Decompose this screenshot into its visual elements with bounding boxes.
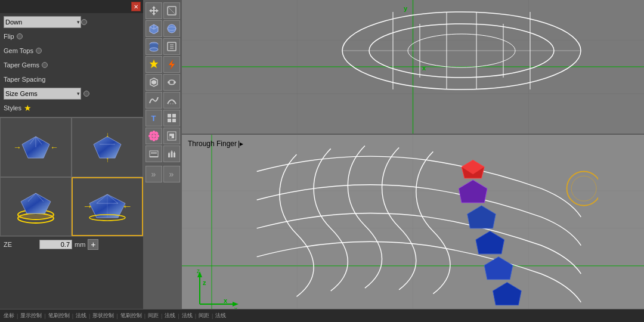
svg-point-50 [156,135,159,138]
svg-point-100 [571,176,596,201]
size-gems-select[interactable]: Size Gems [4,88,81,100]
cylinder-icon [148,41,159,52]
more-button-1[interactable]: » [145,166,162,182]
axis-arrows-svg: z x [194,268,242,310]
svg-rect-58 [169,136,172,138]
size-gems-wrap: Size Gems [4,88,81,100]
flower-button[interactable] [145,128,162,144]
candles-icon [166,148,177,159]
styles-row: Styles ★ [4,101,140,114]
status-item-1: 坐标 [4,312,14,320]
title-bar: ✕ [0,0,143,13]
svg-marker-9 [21,193,51,213]
svg-point-49 [148,135,152,138]
status-item-5: 形状控制 [92,312,114,320]
svg-marker-97 [484,257,513,280]
taper-gems-label: Taper Gems [4,61,39,69]
curve-button[interactable] [163,74,180,91]
svg-rect-57 [172,134,174,136]
close-button[interactable]: ✕ [131,2,141,11]
select-box-icon [166,41,177,52]
tool-row-8 [145,128,180,144]
size-input[interactable] [39,240,72,249]
tool-row-2 [145,20,180,37]
svg-marker-37 [151,80,156,85]
tool-row-4 [145,56,180,73]
more-button-2[interactable]: » [163,166,180,182]
lightning-icon [166,59,177,70]
move-tool-button[interactable] [145,2,162,19]
flip-row: Flip [4,30,140,43]
svg-point-47 [152,131,155,134]
cube-icon [148,23,159,34]
svg-point-46 [152,134,156,138]
gem-tops-indicator [36,48,42,54]
svg-rect-8 [18,215,54,218]
status-sep-4: | [89,313,90,319]
freeform-button[interactable] [145,92,162,109]
flip-indicator [17,33,23,39]
status-sep-8: | [178,313,179,319]
arrow-left-icon: → [13,143,21,152]
status-item-2: 显示控制 [20,312,42,320]
gem-cell-2[interactable] [0,177,72,237]
rotate-tool-button[interactable] [163,2,180,19]
sphere-button[interactable] [163,20,180,37]
text-button[interactable]: T [145,110,162,126]
gem-2-shape [12,185,60,227]
down-select[interactable]: Down [4,16,81,28]
taper-spacing-label: Taper Spacing [4,76,45,83]
cube-button[interactable] [145,20,162,37]
tool-row-7: T [145,110,180,126]
platform-button[interactable] [145,145,162,162]
node-icon [148,77,159,88]
status-sep-1: | [17,313,18,319]
gem-0-shape: → ← [12,129,60,165]
viewport-top[interactable]: y x [182,0,644,135]
size-label: ZE [4,241,39,248]
node-button[interactable] [145,74,162,91]
array-button[interactable] [163,110,180,126]
ring-top-view-svg [333,3,590,98]
gem-tops-label: Gem Tops [4,47,33,54]
gem-3-shape: → [83,185,131,227]
array-icon [166,113,177,123]
size-unit-label: mm [75,241,85,248]
grid-button[interactable] [163,128,180,144]
viewport: y x [182,0,644,322]
taper-gems-indicator [42,62,48,68]
star-tool-icon [148,59,159,70]
styles-star-icon: ★ [24,103,32,113]
flower-icon [148,131,159,141]
star-tool-button[interactable] [145,56,162,73]
svg-text:z: z [197,268,200,274]
status-sep-10: | [212,313,213,319]
gem-cell-1[interactable]: ↓ ↑ [72,117,143,177]
tool-row-5 [145,74,180,91]
status-item-6: 笔刷控制 [120,312,142,320]
gem-preview-grid: → ← [0,117,143,236]
sphere-icon [166,23,177,34]
svg-rect-43 [172,114,176,117]
lightning-button[interactable] [163,56,180,73]
cylinder-button[interactable] [145,38,162,55]
status-item-4: 法线 [76,312,86,320]
status-sep-2: | [44,313,45,319]
grid-tool-icon [166,131,177,141]
gem-cell-3[interactable]: → [72,177,143,237]
more-row: » » [145,166,180,182]
candles-button[interactable] [163,145,180,162]
viewport-bottom[interactable]: Through Finger |▸ z x [182,135,644,322]
size-plus-button[interactable]: + [88,239,98,250]
arc-button[interactable]: • [163,92,180,109]
svg-marker-98 [493,283,521,305]
select-box-button[interactable] [163,38,180,55]
gem-svg-2 [15,188,57,224]
curve-icon [166,77,177,88]
arrow-wide-right-icon: ← [122,200,132,213]
controls-section: Down Flip Gem Tops Taper Gems [0,13,143,117]
gem-cell-0[interactable]: → ← [0,117,72,177]
freeform-icon [148,95,159,106]
status-item-11: 法线 [215,312,226,320]
taper-spacing-row: Taper Spacing [4,73,140,86]
